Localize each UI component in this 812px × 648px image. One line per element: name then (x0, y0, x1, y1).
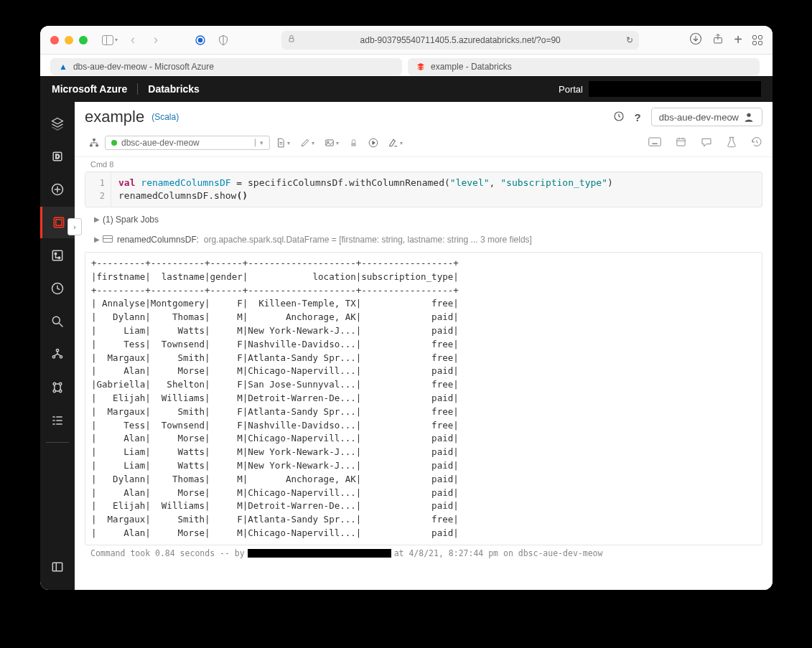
brand-databricks: Databricks (137, 83, 200, 95)
rail-repos-icon[interactable] (40, 240, 75, 271)
run-all-button[interactable] (364, 135, 383, 151)
rail-left-panel-icon[interactable] (40, 551, 75, 583)
schedule-button[interactable] (676, 136, 686, 149)
minimize-window-button[interactable] (65, 36, 73, 44)
url-text: adb-903795540711405.5.azuredatabricks.ne… (360, 35, 561, 45)
table-output: +---------+----------+------+-----------… (85, 255, 762, 542)
notebook-toolbar: dbsc-aue-dev-meow ▏▾ ▾ ▾ ▾ ▾ (75, 132, 773, 157)
help-icon[interactable]: ? (635, 111, 641, 123)
svg-rect-30 (93, 138, 95, 141)
browser-tab-databricks[interactable]: example - Databricks (408, 58, 760, 75)
code-cell[interactable]: 12 val renamedColumnsDF = specificColumn… (85, 172, 762, 207)
svg-rect-26 (52, 563, 62, 571)
svg-rect-13 (52, 250, 62, 260)
sidebar-toggle-button[interactable]: ▾ (102, 35, 118, 45)
notebook-title[interactable]: example (85, 108, 144, 126)
cmd-label: Cmd 8 (85, 157, 762, 172)
command-footer: Command took 0.84 seconds -- by at 4/8/2… (85, 545, 762, 561)
user-icon (743, 111, 755, 123)
rail-workflows-icon[interactable] (40, 405, 75, 436)
svg-point-19 (56, 349, 58, 352)
share-icon[interactable] (712, 33, 724, 47)
forward-button[interactable]: › (148, 32, 164, 47)
browser-toolbar: ▾ ‹ › adb-903795540711405.5.azuredatabri… (40, 26, 773, 55)
rail-expand-button[interactable]: › (67, 218, 82, 235)
table-icon (103, 235, 113, 243)
maximize-window-button[interactable] (79, 36, 88, 44)
back-button[interactable]: ‹ (125, 32, 141, 47)
svg-point-22 (53, 382, 55, 385)
svg-point-29 (747, 113, 750, 117)
chevron-down-icon: ▏▾ (255, 139, 263, 146)
shield-icon[interactable] (215, 34, 231, 46)
permissions-button[interactable] (345, 136, 363, 151)
edit-menu-button[interactable]: ▾ (296, 135, 319, 151)
svg-rect-3 (289, 39, 294, 42)
svg-point-15 (58, 257, 60, 259)
file-menu-button[interactable]: ▾ (271, 135, 294, 151)
svg-rect-39 (649, 138, 661, 146)
rail-home-icon[interactable]: D (40, 141, 75, 172)
svg-point-17 (52, 316, 60, 324)
code-editor[interactable]: val renamedColumnsDF = specificColumnsDf… (111, 172, 762, 207)
clear-menu-button[interactable]: ▾ (384, 135, 407, 151)
browser-window: ▾ ‹ › adb-903795540711405.5.azuredatabri… (40, 26, 773, 590)
browser-right-controls: + (689, 32, 762, 48)
new-tab-icon[interactable]: + (734, 32, 742, 48)
cluster-name: dbs-aue-dev-meow (659, 112, 739, 123)
svg-rect-37 (351, 142, 356, 146)
rail-divider (46, 442, 69, 443)
downloads-icon[interactable] (689, 32, 702, 47)
rail-recents-icon[interactable] (40, 273, 75, 304)
attached-cluster-dropdown[interactable]: dbsc-aue-dev-meow ▏▾ (105, 136, 270, 150)
rail-create-icon[interactable] (40, 174, 75, 205)
dataframe-info-toggle[interactable]: ▶renamedColumnsDF: org.apache.spark.sql.… (85, 227, 762, 248)
attached-cluster-name: dbsc-aue-dev-meow (121, 138, 200, 148)
refresh-icon[interactable]: ↻ (626, 35, 633, 45)
hierarchy-icon[interactable] (85, 135, 103, 151)
rail-databricks-icon[interactable] (40, 108, 75, 139)
keyboard-icon[interactable] (648, 137, 661, 149)
window-controls (50, 36, 88, 44)
svg-point-1 (198, 38, 202, 42)
notebook-cells: Cmd 8 12 val renamedColumnsDF = specific… (75, 157, 773, 590)
notebook-language[interactable]: (Scala) (151, 112, 179, 122)
azure-icon: ▲ (59, 62, 67, 72)
brand-azure: Microsoft Azure (52, 83, 137, 95)
redacted-user-menu[interactable] (589, 81, 761, 97)
svg-point-14 (55, 253, 57, 255)
svg-rect-31 (90, 144, 93, 146)
portal-link[interactable]: Portal (559, 84, 583, 95)
tab-title: dbs-aue-dev-meow - Microsoft Azure (73, 62, 214, 72)
databricks-icon (416, 62, 425, 71)
svg-rect-45 (677, 138, 685, 146)
left-rail: D › (40, 102, 75, 590)
tab-overview-icon[interactable] (752, 35, 762, 45)
url-bar[interactable]: adb-903795540711405.5.azuredatabricks.ne… (281, 31, 639, 50)
svg-line-18 (60, 324, 63, 327)
svg-text:D: D (55, 153, 60, 160)
svg-point-25 (60, 390, 62, 392)
tab-title: example - Databricks (431, 62, 512, 72)
svg-point-23 (60, 382, 62, 385)
spark-jobs-toggle[interactable]: ▶(1) Spark Jobs (85, 207, 762, 227)
rail-data-icon[interactable] (40, 339, 75, 370)
cluster-pill[interactable]: dbs-aue-dev-meow (651, 108, 762, 126)
experiment-button[interactable] (727, 136, 737, 150)
lock-icon (287, 34, 296, 45)
notebook-header: example (Scala) ? dbs-aue-dev-meow (75, 102, 773, 132)
svg-point-24 (53, 390, 55, 392)
close-window-button[interactable] (50, 36, 59, 44)
cluster-status-dot (111, 140, 117, 146)
rail-search-icon[interactable] (40, 306, 75, 337)
comments-button[interactable] (701, 137, 712, 149)
schedule-icon[interactable] (613, 111, 625, 124)
rail-compute-icon[interactable] (40, 372, 75, 403)
line-gutter: 12 (85, 172, 111, 207)
browser-tab-azure[interactable]: ▲ dbs-aue-dev-meow - Microsoft Azure (50, 58, 402, 75)
revision-history-button[interactable] (751, 136, 762, 150)
onepassword-icon[interactable] (192, 34, 208, 46)
view-menu-button[interactable]: ▾ (320, 135, 343, 151)
svg-rect-12 (55, 220, 61, 225)
app-body: D › example (Scala) ? dbs-aue-de (40, 102, 773, 590)
